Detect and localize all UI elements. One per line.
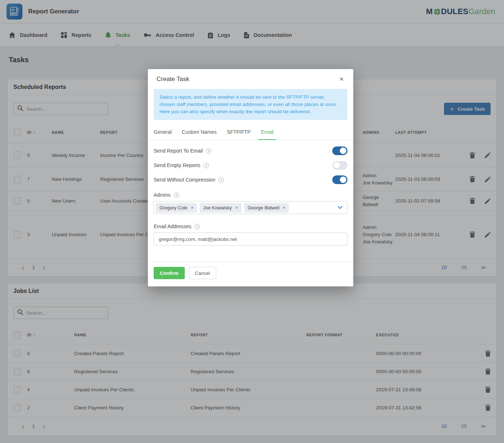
tab-custom-names[interactable]: Custom Names [179,125,219,140]
create-task-modal: Create Task ✕ Select a report, and defin… [148,69,353,286]
remove-chip-icon[interactable]: × [235,205,238,210]
tab-sftp-ftp[interactable]: SFTP/FTP [224,125,253,140]
cancel-button[interactable]: Cancel [189,267,216,279]
modal-tabs: General Custom Names SFTP/FTP Email [148,120,353,140]
admins-multiselect[interactable]: Gregory Cole × Joe Kowalsky × George Bid… [154,201,347,214]
toggle-row: Send Empty Reports ? [154,158,347,172]
confirm-button[interactable]: Confirm [154,267,185,279]
toggle-send-report-to-email[interactable] [332,146,347,155]
toggle-row: Send Without Compression ? [154,172,347,187]
email-addresses-input[interactable] [154,233,347,246]
help-icon: ? [195,224,200,229]
chevron-down-icon[interactable] [338,206,343,209]
toggle-send-without-compression[interactable] [332,175,347,184]
email-addresses-label: Email Addresses ? [154,223,347,229]
tab-general[interactable]: General [151,125,174,140]
modal-info-alert: Select a report, and define whether it s… [154,89,347,120]
remove-chip-icon[interactable]: × [191,205,193,210]
help-icon: ? [206,148,212,154]
help-icon: ? [204,163,209,168]
admin-chip: George Bidwell × [244,203,289,213]
help-icon: ? [218,177,224,183]
help-icon: ? [174,192,179,198]
close-icon[interactable]: ✕ [337,74,346,84]
toggle-send-empty-reports[interactable] [332,161,347,170]
tab-email[interactable]: Email [258,125,276,140]
admin-chip: Gregory Cole × [156,203,197,213]
admins-field-label: Admins ? [154,192,347,198]
toggle-row: Send Report To Email ? [154,144,347,158]
modal-title: Create Task [157,76,189,83]
remove-chip-icon[interactable]: × [283,205,285,210]
admin-chip: Joe Kowalsky × [200,203,242,213]
